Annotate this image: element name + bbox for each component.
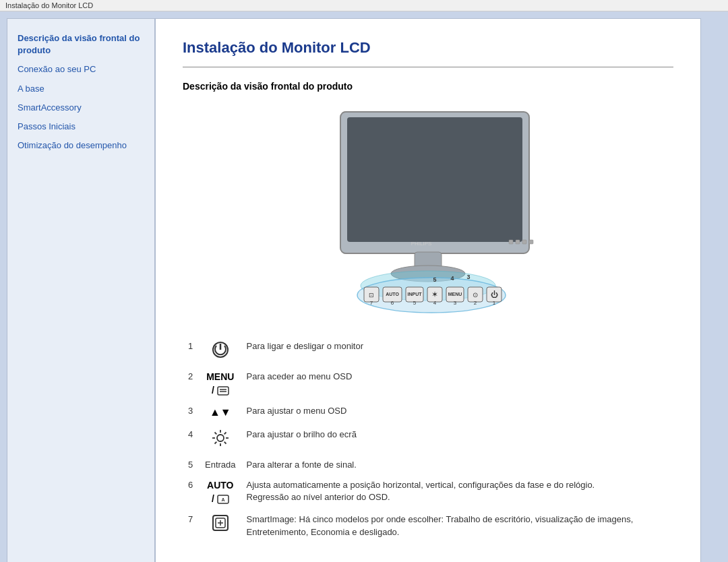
svg-text:⊡: ⊡	[369, 292, 374, 299]
divider	[183, 67, 673, 67]
ctrl-desc-4: Para ajustar o brilho do ecrã	[241, 425, 673, 455]
page-title: Instalação do Monitor LCD	[183, 39, 673, 57]
ctrl-desc-6: Ajusta automaticamente a posição horizon…	[241, 475, 673, 509]
right-bar	[701, 18, 721, 562]
menu-sub-icon	[217, 386, 229, 396]
svg-text:AUTO: AUTO	[386, 292, 399, 296]
main-content: Instalação do Monitor LCD Descrição da v…	[155, 18, 701, 562]
control-row-7: 7 SmartImage: Há cinco modelos por onde …	[183, 509, 673, 542]
ctrl-num-1: 1	[183, 336, 200, 367]
ctrl-num-7: 7	[183, 509, 200, 542]
ctrl-icon-5: Entrada	[200, 455, 241, 475]
ctrl-desc-3: Para ajustar o menu OSD	[241, 401, 673, 424]
section-title: Descrição da visão frontal do produto	[183, 81, 673, 92]
svg-line-45	[214, 432, 216, 434]
sidebar-item-base[interactable]: A base	[18, 83, 144, 95]
monitor-svg: PHILIPS ⊡ 7 AUTO	[286, 105, 570, 314]
ctrl-desc-2: Para aceder ao menu OSD	[241, 367, 673, 401]
svg-text:PHILIPS: PHILIPS	[411, 241, 432, 247]
svg-text:3: 3	[466, 274, 470, 280]
control-row-5: 5 Entrada Para alterar a fonte de sinal.	[183, 455, 673, 475]
ctrl-num-5: 5	[183, 455, 200, 475]
svg-text:7: 7	[370, 300, 373, 306]
svg-text:4: 4	[450, 275, 454, 282]
svg-text:5: 5	[433, 276, 436, 283]
svg-text:6: 6	[391, 300, 394, 306]
svg-rect-5	[522, 240, 526, 244]
entrada-label: Entrada	[205, 460, 236, 470]
svg-text:2: 2	[474, 300, 477, 306]
svg-text:5: 5	[413, 300, 417, 306]
sidebar-item-descricao[interactable]: Descrição da visão frontal doproduto	[18, 32, 144, 57]
title-bar-text: Instalação do Monitor LCD	[5, 1, 93, 9]
sidebar-item-otimizacao[interactable]: Otimização do desempenho	[18, 139, 144, 152]
svg-text:3: 3	[454, 300, 457, 306]
control-row-6: 6 AUTO / A Ajusta automaticamente a posi…	[183, 475, 673, 509]
ctrl-num-2: 2	[183, 367, 200, 401]
svg-text:4: 4	[433, 300, 437, 306]
svg-rect-3	[509, 240, 513, 244]
ctrl-desc-7: SmartImage: Há cinco modelos por onde es…	[241, 509, 673, 542]
svg-point-40	[217, 435, 224, 441]
svg-line-48	[214, 441, 216, 443]
svg-text:1: 1	[493, 300, 496, 306]
svg-rect-4	[516, 240, 520, 244]
sidebar-item-conexao[interactable]: Conexão ao seu PC	[18, 63, 144, 75]
controls-table: 1 Para ligar e desligar o monitor 2 M	[183, 336, 673, 542]
ctrl-icon-4	[200, 425, 241, 455]
control-row-1: 1 Para ligar e desligar o monitor	[183, 336, 673, 367]
ctrl-icon-2: MENU /	[200, 367, 241, 401]
monitor-image-container: PHILIPS ⊡ 7 AUTO	[183, 105, 673, 316]
ctrl-num-6: 6	[183, 475, 200, 509]
sidebar-nav: Descrição da visão frontal doproduto Con…	[18, 32, 144, 152]
svg-rect-37	[218, 387, 229, 395]
left-sidebar: Descrição da visão frontal doproduto Con…	[7, 18, 155, 562]
svg-line-47	[224, 432, 226, 434]
control-row-2: 2 MENU / Para aceder ao menu OSD	[183, 367, 673, 401]
auto-icon: AUTO / A	[207, 480, 233, 504]
svg-rect-6	[529, 240, 533, 244]
control-row-3: 3 ▲▼ Para ajustar o menu OSD	[183, 401, 673, 424]
svg-text:MENU: MENU	[448, 292, 462, 296]
svg-text:⏻: ⏻	[491, 290, 498, 299]
brightness-icon	[211, 429, 230, 447]
svg-line-46	[224, 441, 226, 443]
menu-icon: MENU /	[206, 371, 234, 396]
sidebar-item-smartaccessory[interactable]: SmartAccessory	[18, 102, 144, 114]
ctrl-num-3: 3	[183, 401, 200, 424]
sidebar-item-passos[interactable]: Passos Iniciais	[18, 121, 144, 133]
svg-text:INPUT: INPUT	[408, 292, 423, 296]
ctrl-icon-3: ▲▼	[200, 401, 241, 424]
title-bar: Instalação do Monitor LCD	[0, 0, 728, 11]
svg-rect-1	[347, 117, 522, 242]
ctrl-desc-5: Para alterar a fonte de sinal.	[241, 455, 673, 475]
svg-text:✶: ✶	[431, 290, 438, 299]
ctrl-desc-1: Para ligar e desligar o monitor	[241, 336, 673, 367]
ctrl-num-4: 4	[183, 425, 200, 455]
auto-sub-icon: A	[217, 495, 229, 504]
power-icon	[211, 340, 230, 359]
ctrl-icon-7	[200, 509, 241, 542]
arrows-icon: ▲▼	[210, 406, 231, 418]
svg-text:A: A	[221, 497, 224, 502]
ctrl-icon-1	[200, 336, 241, 367]
control-row-4: 4 Para	[183, 425, 673, 455]
svg-text:⊙: ⊙	[473, 291, 478, 299]
ctrl-icon-6: AUTO / A	[200, 475, 241, 509]
smartimage-icon	[211, 513, 230, 532]
